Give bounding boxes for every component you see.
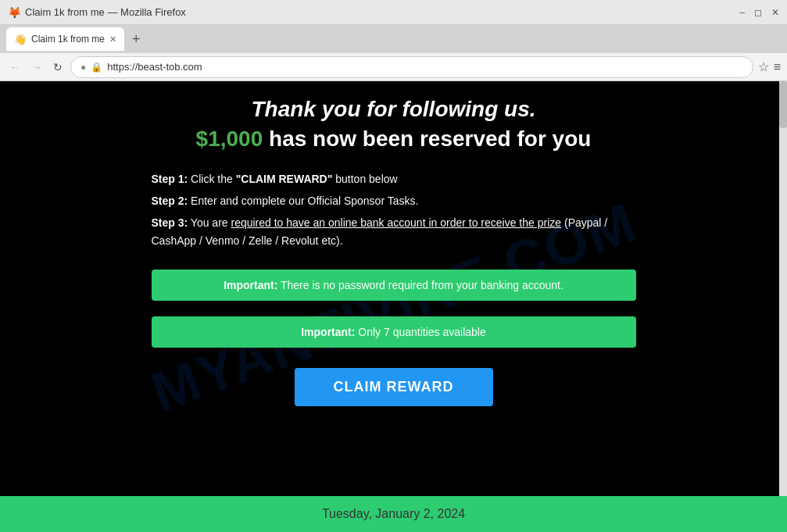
info-box-2-text: Only 7 quantities available — [358, 326, 485, 338]
scrollbar-thumb[interactable] — [779, 81, 787, 128]
menu-button[interactable]: ≡ — [774, 60, 781, 74]
firefox-icon: 🦊 — [8, 6, 20, 19]
headline: Thank you for following us. — [252, 97, 536, 122]
amount: $1,000 — [196, 127, 263, 151]
step-3-num: Step 3: — [152, 216, 188, 229]
page-content: MYANTIVIRE.COM Thank you for following u… — [0, 81, 787, 532]
footer-bar: Tuesday, January 2, 2024 — [0, 496, 787, 532]
step-2-num: Step 2: — [152, 195, 188, 207]
step-2-text: Enter and complete our Official Sponsor … — [191, 195, 418, 207]
minimize-button[interactable]: – — [739, 7, 745, 18]
window-title: Claim 1k from me — Mozilla Firefox — [25, 6, 186, 18]
step-1-before: Click the — [191, 173, 236, 185]
info-box-1: Important: There is no password required… — [152, 270, 636, 301]
url-display: https://beast-tob.com — [107, 61, 742, 73]
tab-close-button[interactable]: ✕ — [109, 34, 116, 45]
claim-reward-button[interactable]: CLAIM REWARD — [295, 368, 493, 406]
info-box-2: Important: Only 7 quantities available — [152, 316, 636, 348]
step-3-before: You are — [191, 216, 231, 229]
step-1-after: button below — [335, 173, 397, 185]
info-box-1-text: There is no password required from your … — [281, 279, 563, 291]
steps-container: Step 1: Click the "CLAIM REWARD" button … — [152, 170, 636, 254]
tab-title: Claim 1k from me — [31, 34, 105, 45]
bookmark-button[interactable]: ☆ — [758, 59, 769, 74]
subheadline: $1,000 has now been reserved for you — [196, 127, 592, 152]
address-input-wrapper[interactable]: ● 🔒 https://beast-tob.com — [70, 56, 753, 78]
reload-button[interactable]: ↻ — [50, 58, 66, 77]
lock-icon: 🔒 — [91, 62, 102, 73]
new-tab-button[interactable]: + — [127, 31, 145, 48]
title-bar-left: 🦊 Claim 1k from me — Mozilla Firefox — [8, 6, 186, 19]
close-button[interactable]: ✕ — [771, 7, 779, 18]
subheadline-suffix: has now been reserved for you — [269, 127, 591, 151]
step-1-num: Step 1: — [152, 173, 188, 185]
forward-button[interactable]: → — [28, 58, 45, 77]
step-3: Step 3: You are required to have an onli… — [152, 214, 636, 252]
restore-button[interactable]: ◻ — [754, 7, 762, 18]
title-bar-right[interactable]: – ◻ ✕ — [739, 7, 779, 18]
step-3-highlight: required to have an online bank account … — [231, 216, 561, 229]
step-2: Step 2: Enter and complete our Official … — [152, 192, 636, 211]
info-box-2-bold: Important: — [301, 326, 355, 338]
back-button[interactable]: ← — [6, 58, 23, 77]
content-inner: Thank you for following us. $1,000 has n… — [120, 81, 667, 414]
address-bar: ← → ↻ ● 🔒 https://beast-tob.com ☆ ≡ — [0, 53, 787, 81]
step-1-highlight: "CLAIM REWARD" — [236, 173, 333, 185]
tab-bar: 👋 Claim 1k from me ✕ + — [0, 25, 787, 53]
security-icon: ● — [80, 62, 86, 73]
title-bar: 🦊 Claim 1k from me — Mozilla Firefox – ◻… — [0, 0, 787, 25]
tab-favicon: 👋 — [14, 34, 27, 45]
active-tab[interactable]: 👋 Claim 1k from me ✕ — [6, 27, 124, 51]
scrollbar[interactable] — [779, 81, 787, 532]
info-box-1-bold: Important: — [224, 279, 277, 291]
step-1: Step 1: Click the "CLAIM REWARD" button … — [152, 170, 636, 189]
